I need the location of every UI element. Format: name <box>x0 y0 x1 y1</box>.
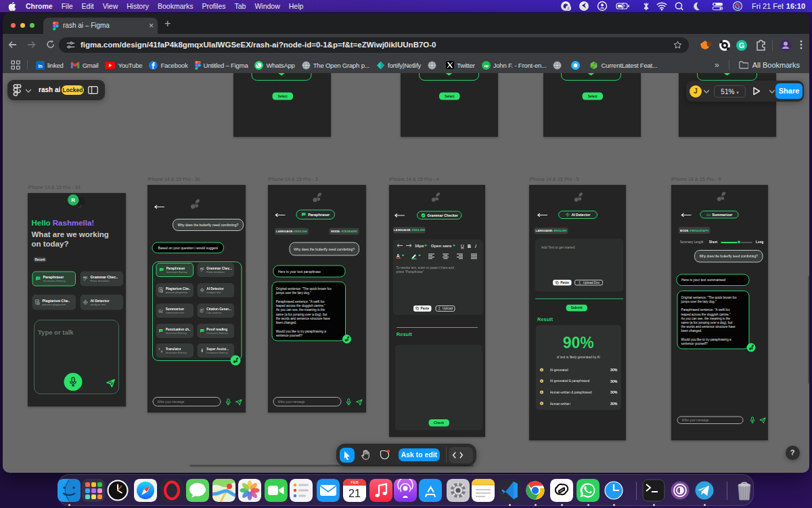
svg-text:B: B <box>468 244 471 249</box>
svg-text:ABC: ABC <box>83 276 89 279</box>
svg-text:Open sans: Open sans <box>431 244 452 248</box>
svg-text:21: 21 <box>348 488 361 499</box>
svg-text:ABC: ABC <box>200 268 204 270</box>
svg-text:文: 文 <box>160 350 163 353</box>
svg-text:16px: 16px <box>415 244 424 248</box>
svg-text:A: A <box>397 253 400 258</box>
svg-text:G: G <box>739 41 745 49</box>
svg-text:U: U <box>461 244 464 249</box>
svg-text:Fri 21 Feb: Fri 21 Feb <box>752 2 784 10</box>
svg-text:in: in <box>38 62 42 68</box>
svg-text:FEB: FEB <box>351 480 359 484</box>
svg-text:up: up <box>484 63 489 67</box>
svg-text:I: I <box>475 244 476 249</box>
svg-text:2: 2 <box>567 6 569 10</box>
